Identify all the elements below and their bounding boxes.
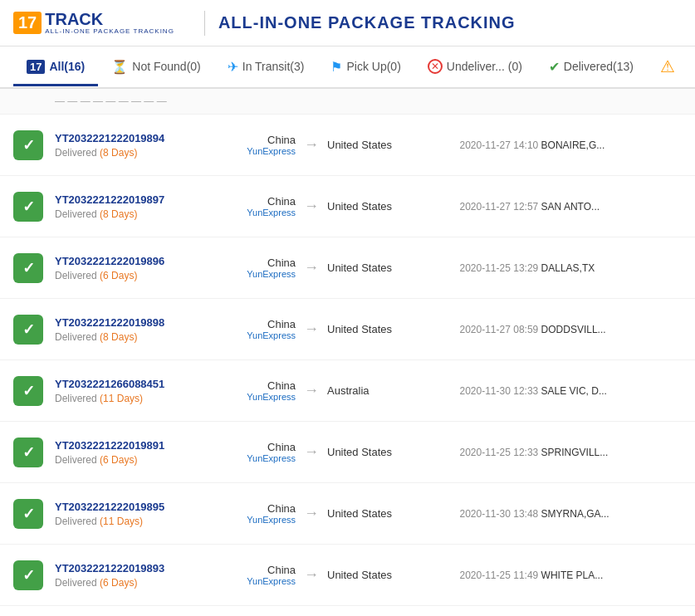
origin-dest: China YunExpress → United States xyxy=(221,564,443,586)
tracking-status: Delivered (8 Days) xyxy=(55,331,221,343)
truncated-row: — — — — — — — — — xyxy=(0,89,695,115)
origin-dest: China YunExpress → United States xyxy=(221,134,443,156)
package-list: ✓ YT2032221222019894 Delivered (8 Days) … xyxy=(0,115,695,606)
origin-dest: China YunExpress → Australia xyxy=(221,379,443,402)
origin: China YunExpress xyxy=(221,134,296,156)
tab-all-icon: 17 xyxy=(27,60,45,74)
origin-dest: China YunExpress → United States xyxy=(221,195,443,218)
dest: United States xyxy=(327,323,418,335)
table-row: ✓ YT2032221222019891 Delivered (6 Days) … xyxy=(0,422,695,483)
arrow-icon: → xyxy=(304,136,319,154)
origin: China YunExpress xyxy=(221,379,296,402)
tracking-number[interactable]: YT2032221222019896 xyxy=(55,255,221,267)
tab-alert[interactable]: ⚠ xyxy=(647,46,693,89)
tab-intransit-label: In Transit(3) xyxy=(242,60,305,73)
event-info: 2020-11-25 13:29 DALLAS,TX xyxy=(443,262,683,274)
tab-intransit[interactable]: ✈ In Transit(3) xyxy=(214,49,318,87)
event-info: 2020-11-27 12:57 SAN ANTO... xyxy=(443,201,683,213)
arrow-icon: → xyxy=(304,259,319,276)
logo-subtitle: ALL-IN-ONE PACKAGE TRACKING xyxy=(45,27,174,35)
logo-track: TRACK xyxy=(45,11,174,27)
tracking-info: YT2032221222019897 Delivered (8 Days) xyxy=(55,193,221,220)
tracking-info: YT2032221222019895 Delivered (11 Days) xyxy=(55,501,221,527)
event-info: 2020-11-30 12:33 SALE VIC, D... xyxy=(443,385,683,397)
tab-all-label: All(16) xyxy=(49,60,85,73)
tracking-info: YT2032221222019896 Delivered (6 Days) xyxy=(55,255,221,281)
dest: United States xyxy=(327,569,418,581)
tracking-number[interactable]: YT2032221222019895 xyxy=(55,501,221,513)
delivered-check-icon: ✓ xyxy=(13,315,43,345)
logo-number: 17 xyxy=(18,13,37,32)
tracking-number[interactable]: YT2032221222019898 xyxy=(55,316,221,329)
tab-delivered-icon: ✔ xyxy=(549,59,560,75)
tracking-info: YT2032221222019893 Delivered (6 Days) xyxy=(55,562,221,589)
tracking-info: YT2032221222019894 Delivered (8 Days) xyxy=(55,132,221,159)
tab-delivered-label: Delivered(13) xyxy=(564,60,634,73)
arrow-icon: → xyxy=(304,505,319,522)
tab-all[interactable]: 17 All(16) xyxy=(13,50,98,86)
tab-intransit-icon: ✈ xyxy=(228,59,238,75)
table-row: ✓ YT2032221222019894 Delivered (8 Days) … xyxy=(0,115,695,176)
event-info: 2020-11-25 12:33 SPRINGVILL... xyxy=(443,447,683,458)
origin-dest: China YunExpress → United States xyxy=(221,502,443,525)
dest: Australia xyxy=(327,384,418,397)
header-divider xyxy=(204,11,205,36)
tabs-bar: 17 All(16) ⏳ Not Found(0) ✈ In Transit(3… xyxy=(0,46,695,89)
delivered-check-icon: ✓ xyxy=(13,438,43,467)
tracking-status: Delivered (11 Days) xyxy=(55,516,221,527)
origin-dest: China YunExpress → United States xyxy=(221,257,443,279)
tab-alert-icon: ⚠ xyxy=(660,56,675,76)
event-info: 2020-11-30 13:48 SMYRNA,GA... xyxy=(443,508,683,520)
arrow-icon: → xyxy=(304,382,319,399)
table-row: ✓ YT2032221222019895 Delivered (11 Days)… xyxy=(0,483,695,545)
origin: China YunExpress xyxy=(221,502,296,525)
tracking-number[interactable]: YT2032221266088451 xyxy=(55,378,221,390)
origin-dest: China YunExpress → United States xyxy=(221,318,443,340)
tracking-info: YT2032221222019898 Delivered (8 Days) xyxy=(55,316,221,343)
tab-notfound-label: Not Found(0) xyxy=(132,60,200,73)
tab-pickup-icon: ⚑ xyxy=(330,59,342,75)
tracking-status: Delivered (8 Days) xyxy=(55,208,221,220)
tab-undeliver-label: Undeliver... (0) xyxy=(447,60,522,73)
origin: China YunExpress xyxy=(221,257,296,279)
table-row: ✓ YT2032221222019898 Delivered (8 Days) … xyxy=(0,299,695,360)
arrow-icon: → xyxy=(304,443,319,461)
origin: China YunExpress xyxy=(221,195,296,218)
tab-notfound-icon: ⏳ xyxy=(111,59,128,75)
table-row: ✓ YT2032221266088451 Delivered (11 Days)… xyxy=(0,360,695,422)
origin: China YunExpress xyxy=(221,318,296,340)
dest: United States xyxy=(327,139,418,151)
table-row: ✓ YT2032221222019893 Delivered (6 Days) … xyxy=(0,545,695,606)
tab-pickup[interactable]: ⚑ Pick Up(0) xyxy=(317,49,414,87)
event-info: 2020-11-27 08:59 DODDSVILL... xyxy=(443,324,683,335)
delivered-check-icon: ✓ xyxy=(13,192,43,222)
delivered-check-icon: ✓ xyxy=(13,253,43,283)
delivered-check-icon: ✓ xyxy=(13,560,43,590)
tab-undeliver-icon: ✕ xyxy=(428,59,443,74)
origin: China YunExpress xyxy=(221,441,296,463)
table-row: ✓ YT2032221222019896 Delivered (6 Days) … xyxy=(0,237,695,299)
event-info: 2020-11-25 11:49 WHITE PLA... xyxy=(443,570,683,581)
tab-delivered[interactable]: ✔ Delivered(13) xyxy=(536,49,647,87)
tab-notfound[interactable]: ⏳ Not Found(0) xyxy=(98,49,213,87)
delivered-check-icon: ✓ xyxy=(13,376,43,406)
tracking-number[interactable]: YT2032221222019891 xyxy=(55,439,221,452)
tracking-status: Delivered (6 Days) xyxy=(55,454,221,466)
header: 17 TRACK ALL-IN-ONE PACKAGE TRACKING ALL… xyxy=(0,0,695,46)
tracking-info: YT2032221266088451 Delivered (11 Days) xyxy=(55,378,221,404)
tab-undeliver[interactable]: ✕ Undeliver... (0) xyxy=(414,49,536,86)
arrow-icon: → xyxy=(304,198,319,215)
logo-area[interactable]: 17 TRACK ALL-IN-ONE PACKAGE TRACKING xyxy=(13,11,174,35)
dest: United States xyxy=(327,262,418,274)
origin-dest: China YunExpress → United States xyxy=(221,441,443,463)
table-row: ✓ YT2032221222019897 Delivered (8 Days) … xyxy=(0,176,695,237)
tracking-status: Delivered (6 Days) xyxy=(55,577,221,589)
logo-text: TRACK ALL-IN-ONE PACKAGE TRACKING xyxy=(45,11,174,35)
tracking-status: Delivered (8 Days) xyxy=(55,147,221,159)
tracking-number[interactable]: YT2032221222019894 xyxy=(55,132,221,144)
tracking-number[interactable]: YT2032221222019897 xyxy=(55,193,221,206)
tracking-number[interactable]: YT2032221222019893 xyxy=(55,562,221,574)
dest: United States xyxy=(327,446,418,458)
delivered-check-icon: ✓ xyxy=(13,130,43,160)
logo-box: 17 xyxy=(13,12,42,34)
